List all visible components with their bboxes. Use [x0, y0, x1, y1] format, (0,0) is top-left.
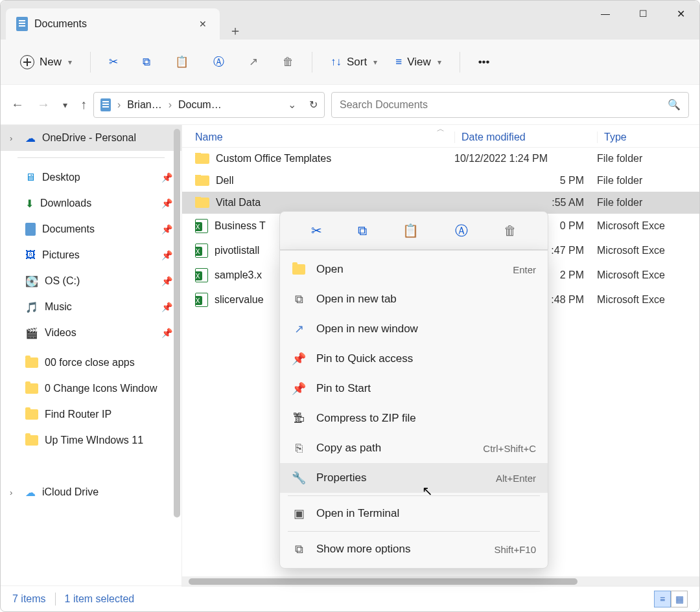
trash-icon: 🗑: [283, 56, 294, 69]
sidebar-item-icloud[interactable]: ›☁iCloud Drive: [1, 479, 181, 505]
file-row[interactable]: Dell5 PMFile folder: [182, 170, 699, 192]
rename-button[interactable]: Ⓐ: [455, 222, 468, 240]
copy-button[interactable]: ⧉: [136, 52, 157, 73]
ctx-copy-as-path[interactable]: ⎘Copy as pathCtrl+Shift+C: [280, 433, 548, 463]
new-button[interactable]: New ▾: [14, 51, 78, 73]
ctx-pin-quick-access[interactable]: 📌Pin to Quick access: [280, 344, 548, 374]
file-date: 10/12/2022 1:24 PM: [454, 153, 597, 164]
ctx-open-terminal[interactable]: ▣Open in Terminal: [280, 499, 548, 528]
status-bar: 7 items 1 item selected ≡ ▦: [1, 585, 699, 611]
navigation-sidebar: › ☁ OneDrive - Personal 🖥Desktop📌 ⬇Downl…: [1, 125, 182, 587]
sidebar-item-desktop[interactable]: 🖥Desktop📌: [1, 164, 181, 190]
download-icon: ⬇: [25, 198, 34, 210]
sidebar-item-music[interactable]: 🎵Music📌: [1, 294, 181, 320]
scrollbar-thumb[interactable]: [174, 129, 180, 517]
back-button[interactable]: ←: [11, 97, 24, 112]
up-button[interactable]: ↑: [80, 97, 87, 112]
folder-icon: [25, 435, 38, 446]
file-row[interactable]: Vital Data:55 AMFile folder: [182, 192, 699, 214]
ctx-show-more[interactable]: ⧉Show more optionsShift+F10: [280, 534, 548, 564]
sidebar-item-folder[interactable]: 0 Change Icons Window: [1, 376, 181, 402]
file-name: Vital Data: [216, 197, 261, 209]
recent-dropdown[interactable]: ▾: [63, 100, 67, 110]
tab-documents[interactable]: Documents ✕: [6, 8, 220, 40]
folder-icon: [25, 357, 38, 368]
path-icon: ⎘: [292, 442, 306, 455]
share-button[interactable]: ↗: [242, 51, 264, 73]
sort-icon: ↑↓: [331, 56, 342, 69]
document-icon: [100, 98, 111, 111]
ctx-properties[interactable]: 🔧PropertiesAlt+Enter: [280, 463, 548, 493]
delete-button[interactable]: 🗑: [504, 223, 517, 238]
breadcrumb-seg[interactable]: Docum…: [178, 99, 222, 111]
paste-button[interactable]: 📋: [402, 223, 419, 238]
sidebar-item-documents[interactable]: Documents📌: [1, 216, 181, 242]
file-type: Microsoft Exce: [597, 220, 686, 232]
command-toolbar: New ▾ ✂ ⧉ 📋 Ⓐ ↗ 🗑 ↑↓ Sort ▾ ≡ View ▾ •••: [1, 40, 699, 85]
sort-button[interactable]: ↑↓ Sort ▾: [324, 52, 384, 73]
forward-button[interactable]: →: [37, 97, 50, 112]
cut-button[interactable]: ✂: [311, 223, 322, 238]
search-input[interactable]: [340, 99, 668, 111]
ctx-open-new-window[interactable]: ↗Open in new window: [280, 314, 548, 344]
paste-button[interactable]: 📋: [169, 51, 195, 73]
refresh-button[interactable]: ↻: [309, 98, 318, 111]
sidebar-item-folder[interactable]: Up Time WIndows 11: [1, 427, 181, 453]
close-window-button[interactable]: ✕: [662, 1, 699, 27]
column-header-type[interactable]: Type: [597, 131, 686, 143]
selection-count: 1 item selected: [65, 593, 135, 605]
videos-icon: 🎬: [25, 327, 38, 339]
chevron-down-icon[interactable]: ⌄: [288, 98, 296, 111]
sidebar-item-videos[interactable]: 🎬Videos📌: [1, 320, 181, 346]
maximize-button[interactable]: ☐: [624, 1, 662, 27]
column-header-date[interactable]: Date modified: [454, 131, 597, 143]
minimize-button[interactable]: —: [587, 1, 624, 27]
share-icon: ↗: [249, 55, 258, 69]
delete-button[interactable]: 🗑: [276, 52, 300, 73]
sidebar-item-pictures[interactable]: 🖼Pictures📌: [1, 242, 181, 268]
plus-icon: [20, 55, 34, 69]
search-bar[interactable]: 🔍: [331, 92, 689, 118]
file-date: :55 AM: [454, 197, 597, 209]
sidebar-item-folder[interactable]: Find Router IP: [1, 402, 181, 427]
file-type: File folder: [597, 197, 686, 209]
ctx-compress-zip[interactable]: 🗜Compress to ZIP file: [280, 403, 548, 433]
chevron-right-icon: ›: [10, 133, 19, 143]
rename-button[interactable]: Ⓐ: [207, 51, 231, 73]
navigation-bar: ← → ▾ ↑ › Brian… › Docum… ⌄ ↻ 🔍: [1, 85, 699, 125]
column-header-name[interactable]: Name: [195, 131, 454, 143]
new-tab-button[interactable]: ＋: [220, 22, 251, 40]
tab-title: Documents: [34, 18, 192, 30]
icons-view-button[interactable]: ▦: [671, 591, 688, 607]
ctx-open-new-tab[interactable]: ⧉Open in new tab: [280, 284, 548, 314]
sidebar-item-downloads[interactable]: ⬇Downloads📌: [1, 190, 181, 216]
file-name: sample3.x: [215, 269, 262, 281]
close-tab-icon[interactable]: ✕: [199, 19, 207, 29]
document-icon: [25, 223, 36, 236]
sidebar-item-folder[interactable]: 00 force close apps: [1, 350, 181, 376]
copy-button[interactable]: ⧉: [358, 223, 367, 238]
folder-icon: [25, 383, 38, 394]
sidebar-item-onedrive[interactable]: › ☁ OneDrive - Personal: [1, 125, 181, 151]
folder-icon: [195, 176, 209, 186]
more-button[interactable]: •••: [472, 52, 496, 73]
chevron-right-icon: ›: [10, 488, 19, 497]
view-button[interactable]: ≡ View ▾: [389, 52, 447, 73]
pin-icon: 📌: [292, 381, 306, 396]
rename-icon: Ⓐ: [213, 54, 224, 69]
chevron-up-icon[interactable]: ︿: [437, 125, 445, 135]
search-icon[interactable]: 🔍: [668, 98, 681, 111]
details-view-button[interactable]: ≡: [654, 591, 671, 607]
ellipsis-icon: •••: [478, 56, 490, 69]
ctx-open[interactable]: OpenEnter: [280, 255, 548, 284]
scrollbar-thumb[interactable]: [189, 578, 578, 585]
folder-icon: [195, 198, 209, 208]
ctx-pin-start[interactable]: 📌Pin to Start: [280, 374, 548, 403]
folder-icon: [25, 409, 38, 420]
address-bar[interactable]: › Brian… › Docum… ⌄ ↻: [93, 92, 325, 118]
sidebar-item-osc[interactable]: 💽OS (C:)📌: [1, 268, 181, 294]
breadcrumb-seg[interactable]: Brian…: [127, 99, 161, 111]
music-icon: 🎵: [25, 301, 38, 313]
cut-button[interactable]: ✂: [102, 51, 124, 73]
file-row[interactable]: Custom Office Templates10/12/2022 1:24 P…: [182, 148, 699, 170]
